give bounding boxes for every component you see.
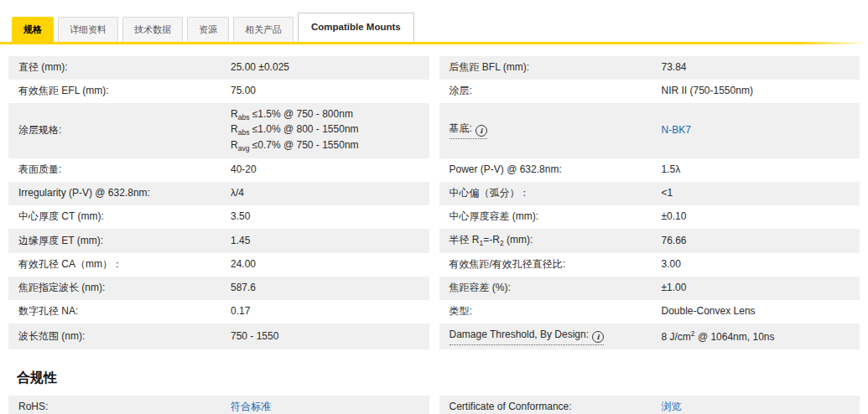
tab-bar: 规格 详细资料 技术数据 资源 相关产品 Compatible Mounts	[0, 0, 868, 42]
spec-cell-right: 类型:Double-Convex Lens	[439, 300, 860, 323]
spec-cell-left: RoHS:符合标准	[8, 396, 429, 414]
spec-cell-left: 数字孔径 NA:0.17	[8, 300, 429, 323]
spec-label: 基底:i	[439, 122, 662, 139]
column-gap	[429, 300, 439, 323]
spec-label: Irregularity (P-V) @ 632.8nm:	[8, 186, 231, 200]
spec-row: 焦距指定波长 (nm):587.6焦距容差 (%):±1.00	[8, 277, 860, 300]
spec-label: 有效焦距/有效孔径直径比:	[439, 257, 662, 272]
spec-label: 半径 R1=-R2 (mm):	[439, 233, 662, 249]
column-gap	[429, 80, 439, 103]
tab-specs[interactable]: 规格	[12, 17, 54, 42]
spec-cell-left: 涂层规格:Rabs ≤1.5% @ 750 - 800nmRabs ≤1.0% …	[8, 103, 429, 158]
spec-cell-right: 后焦距 BFL (mm):73.84	[439, 56, 860, 80]
column-gap	[429, 182, 439, 205]
spec-label: Power (P-V) @ 632.8nm:	[439, 163, 662, 177]
spec-label: RoHS:	[8, 400, 231, 414]
spec-row: 边缘厚度 ET (mm):1.45半径 R1=-R2 (mm):76.66	[8, 229, 860, 253]
spec-label: 有效孔径 CA（mm）：	[8, 257, 231, 272]
spec-label: 焦距容差 (%):	[439, 281, 662, 295]
spec-table: 直径 (mm):25.00 ±0.025后焦距 BFL (mm):73.84有效…	[8, 56, 860, 349]
compliance-table: RoHS:符合标准Certificate of Conformance:浏览	[8, 396, 860, 414]
column-gap	[429, 229, 439, 253]
spec-cell-right: 中心厚度容差 (mm):±0.10	[439, 205, 860, 229]
spec-value: 8 J/cm2 @ 1064nm, 10ns	[662, 329, 860, 344]
column-gap	[429, 323, 439, 349]
spec-cell-right: 有效焦距/有效孔径直径比:3.00	[439, 253, 860, 277]
spec-label: 涂层:	[439, 84, 662, 98]
spec-label: Certificate of Conformance:	[439, 400, 662, 414]
spec-value-link[interactable]: 符合标准	[231, 400, 429, 414]
spec-value: 0.17	[231, 304, 429, 318]
spec-value: 76.66	[662, 234, 860, 248]
spec-row: 直径 (mm):25.00 ±0.025后焦距 BFL (mm):73.84	[8, 56, 860, 80]
spec-label: 边缘厚度 ET (mm):	[8, 234, 231, 248]
spec-value: 24.00	[231, 257, 429, 272]
spec-label: 后焦距 BFL (mm):	[439, 60, 662, 75]
spec-label: 类型:	[439, 304, 662, 318]
spec-row: 波长范围 (nm):750 - 1550Damage Threshold, By…	[8, 323, 860, 349]
tab-accent-underline	[0, 42, 868, 44]
spec-cell-left: 表面质量:40-20	[8, 158, 429, 182]
spec-cell-left: 中心厚度 CT (mm):3.50	[8, 205, 429, 229]
column-gap	[429, 205, 439, 229]
spec-label: 中心偏（弧分）：	[439, 186, 662, 200]
spec-label: 波长范围 (nm):	[8, 329, 231, 344]
spec-value-link[interactable]: N-BK7	[662, 123, 860, 137]
info-icon[interactable]: i	[592, 331, 604, 343]
spec-value: NIR II (750-1550nm)	[662, 84, 860, 98]
spec-row: RoHS:符合标准Certificate of Conformance:浏览	[8, 396, 860, 414]
spec-row: 有效孔径 CA（mm）：24.00有效焦距/有效孔径直径比:3.00	[8, 253, 860, 277]
spec-row: 有效焦距 EFL (mm):75.00涂层:NIR II (750-1550nm…	[8, 80, 860, 103]
spec-value: 587.6	[231, 281, 429, 295]
spec-cell-right: 中心偏（弧分）：<1	[439, 182, 860, 205]
tab-compatible-mounts[interactable]: Compatible Mounts	[298, 13, 414, 42]
spec-cell-left: 波长范围 (nm):750 - 1550	[8, 323, 429, 349]
spec-label: 表面质量:	[8, 163, 231, 177]
tab-details[interactable]: 详细资料	[58, 17, 118, 42]
spec-label: Damage Threshold, By Design:i	[439, 328, 662, 345]
spec-value: 1.5λ	[662, 163, 860, 177]
spec-value: 1.45	[231, 234, 429, 248]
spec-row: 表面质量:40-20Power (P-V) @ 632.8nm:1.5λ	[8, 158, 860, 182]
spec-cell-left: 直径 (mm):25.00 ±0.025	[8, 56, 429, 80]
tab-technical-data[interactable]: 技术数据	[122, 17, 183, 42]
spec-label-with-tooltip: Damage Threshold, By Design:i	[450, 328, 605, 345]
spec-label: 数字孔径 NA:	[8, 304, 231, 318]
spec-cell-right: 基底:iN-BK7	[439, 103, 860, 158]
spec-row: 数字孔径 NA:0.17类型:Double-Convex Lens	[8, 300, 860, 323]
spec-label-with-tooltip: 基底:i	[450, 122, 487, 139]
column-gap	[429, 56, 439, 80]
compliance-heading: 合规性	[17, 370, 868, 387]
spec-cell-left: Irregularity (P-V) @ 632.8nm:λ/4	[8, 182, 429, 205]
spec-label: 焦距指定波长 (nm):	[8, 281, 231, 295]
spec-cell-right: Damage Threshold, By Design:i8 J/cm2 @ 1…	[439, 323, 860, 349]
spec-value: 3.00	[662, 257, 860, 272]
spec-cell-left: 有效焦距 EFL (mm):75.00	[8, 80, 429, 103]
spec-row: 涂层规格:Rabs ≤1.5% @ 750 - 800nmRabs ≤1.0% …	[8, 103, 860, 158]
spec-value: Rabs ≤1.5% @ 750 - 800nmRabs ≤1.0% @ 800…	[231, 107, 429, 154]
column-gap	[429, 253, 439, 277]
spec-row: 中心厚度 CT (mm):3.50中心厚度容差 (mm):±0.10	[8, 205, 860, 229]
tab-related-products[interactable]: 相关产品	[233, 17, 294, 42]
spec-value-link[interactable]: 浏览	[662, 400, 860, 414]
spec-value: ±1.00	[662, 281, 860, 295]
info-icon[interactable]: i	[476, 125, 487, 137]
spec-value: 40-20	[231, 163, 429, 177]
spec-cell-right: Power (P-V) @ 632.8nm:1.5λ	[439, 158, 860, 182]
spec-row: Irregularity (P-V) @ 632.8nm:λ/4中心偏（弧分）：…	[8, 182, 860, 205]
column-gap	[429, 158, 439, 182]
spec-value: 25.00 ±0.025	[231, 60, 429, 75]
spec-label: 涂层规格:	[8, 123, 231, 137]
column-gap	[429, 396, 439, 414]
spec-value: 750 - 1550	[231, 329, 429, 344]
column-gap	[429, 277, 439, 300]
spec-value: <1	[662, 186, 860, 200]
spec-label: 中心厚度容差 (mm):	[439, 210, 662, 224]
spec-label: 有效焦距 EFL (mm):	[8, 84, 231, 98]
spec-cell-right: Certificate of Conformance:浏览	[439, 396, 860, 414]
spec-cell-right: 焦距容差 (%):±1.00	[439, 277, 860, 300]
spec-label: 直径 (mm):	[8, 60, 231, 75]
spec-value: Double-Convex Lens	[662, 304, 860, 318]
tab-resources[interactable]: 资源	[187, 17, 229, 42]
spec-value: 3.50	[231, 210, 429, 224]
